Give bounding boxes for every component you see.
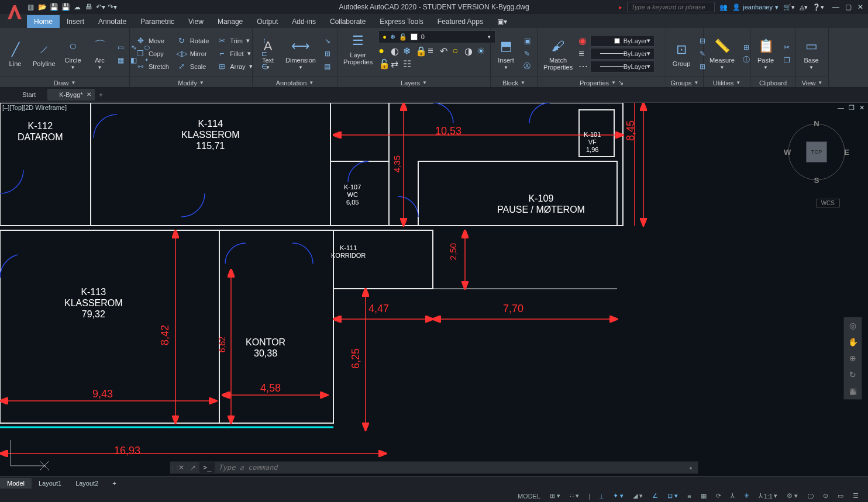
text-button[interactable]: AText▼ <box>256 36 280 71</box>
status-ortho-icon[interactable]: ⟂ <box>596 491 607 501</box>
status-grid-icon[interactable]: ⊞ ▾ <box>546 491 564 501</box>
wcs-label[interactable]: WCS <box>816 199 840 207</box>
layer-change-icon[interactable]: ⇄ <box>391 58 401 70</box>
app-logo[interactable] <box>4 1 26 23</box>
table-icon[interactable]: ⊞ <box>322 48 333 60</box>
qat-save-icon[interactable]: 💾 <box>49 2 58 12</box>
menu-output[interactable]: Output <box>250 15 285 28</box>
menu-featured-apps[interactable]: Featured Apps <box>430 15 490 28</box>
nav-showmotion-icon[interactable]: ▦ <box>844 383 862 399</box>
status-custom-icon[interactable]: ☰ <box>849 491 862 501</box>
paste-button[interactable]: 📋Paste▼ <box>754 36 777 71</box>
linetype-selector[interactable]: ByLayer ▾ <box>590 61 655 72</box>
scale-button[interactable]: ⤢Scale <box>175 61 211 72</box>
doc-restore[interactable]: ❐ <box>849 104 855 112</box>
qat-new-icon[interactable]: ▥ <box>26 2 35 12</box>
layout-layout1[interactable]: Layout1 <box>32 478 68 489</box>
layout-model[interactable]: Model <box>0 478 32 489</box>
circle-button[interactable]: ○Circle▼ <box>61 36 85 71</box>
move-button[interactable]: ✥Move <box>133 35 171 47</box>
dimension-button[interactable]: ⟷Dimension▼ <box>283 36 318 71</box>
menu-add-ins[interactable]: Add-ins <box>285 15 323 28</box>
status-clean-icon[interactable]: ▭ <box>834 491 847 501</box>
user-account[interactable]: 👤jeanhaney ▾ <box>732 4 779 11</box>
status-osnap-icon[interactable]: ∠ <box>649 491 662 501</box>
panel-annotation-title[interactable]: Annotation ▼ <box>253 77 337 87</box>
filetab-add[interactable]: + <box>95 89 108 101</box>
rect-icon[interactable]: ▭ <box>115 41 127 53</box>
copy2-icon[interactable]: ❐ <box>781 54 793 66</box>
group-button[interactable]: ⊡Group <box>670 39 693 68</box>
insert-button[interactable]: ⬒Insert▼ <box>494 36 518 71</box>
layer-properties-button[interactable]: ☰Layer Properties <box>341 30 375 67</box>
panel-utilities-title[interactable]: Utilities ▼ <box>704 77 750 87</box>
base-button[interactable]: ▭Base▼ <box>800 36 823 71</box>
mirror-button[interactable]: ◁▷Mirror <box>175 48 211 60</box>
help-icon[interactable]: ❔▾ <box>812 4 824 11</box>
qat-plot-icon[interactable]: 🖶 <box>84 2 94 12</box>
nav-orbit-icon[interactable]: ↻ <box>844 366 862 383</box>
lineweight-selector[interactable]: ByLayer ▾ <box>590 48 655 60</box>
block-attr-icon[interactable]: Ⓐ <box>521 61 533 72</box>
panel-draw-title[interactable]: Draw ▼ <box>0 77 129 87</box>
help-search-input[interactable] <box>627 2 715 12</box>
qat-web-icon[interactable]: ☁ <box>73 2 82 12</box>
viewcube[interactable]: N S E W TOP <box>781 117 852 187</box>
status-otrack-icon[interactable]: ⊡ ▾ <box>664 491 681 501</box>
cmd-close-icon[interactable]: ✕ <box>176 463 187 472</box>
measure-button[interactable]: 📏Measure▼ <box>707 36 737 71</box>
copy-button[interactable]: ❐Copy <box>133 48 171 60</box>
menu-parametric[interactable]: Parametric <box>133 15 181 28</box>
status-cycling-icon[interactable]: ⟳ <box>712 491 725 501</box>
cart-icon[interactable]: 🛒▾ <box>783 4 795 11</box>
leader-icon[interactable]: ↘ <box>322 35 333 47</box>
rotate-button[interactable]: ↻Rotate <box>175 35 211 47</box>
status-lwt-icon[interactable]: ≡ <box>684 491 694 501</box>
qat-saveas-icon[interactable]: 💾 <box>61 2 70 12</box>
status-annovis-icon[interactable]: ✳ <box>740 491 753 501</box>
cmd-recent-icon[interactable]: ↗ <box>187 463 199 472</box>
color-selector[interactable]: ByLayer ▾ <box>590 35 655 47</box>
a360-icon[interactable]: ◬▾ <box>800 4 808 11</box>
menu-insert[interactable]: Insert <box>60 15 91 28</box>
match-props-button[interactable]: 🖌Match Properties <box>541 36 575 72</box>
layer-freeze2-icon[interactable]: ❄ <box>403 46 414 57</box>
maximize-button[interactable]: ▢ <box>845 3 852 11</box>
menu-annotate[interactable]: Annotate <box>91 15 133 28</box>
fillet-button[interactable]: ⌐Fillet ▾ <box>215 48 254 60</box>
menu-collaborate[interactable]: Collaborate <box>323 15 373 28</box>
qat-open-icon[interactable]: 📂 <box>37 2 47 12</box>
layer-iso-icon[interactable]: ◐ <box>391 46 401 57</box>
layer-match-icon[interactable]: ≡ <box>428 46 438 57</box>
status-monitor-icon[interactable]: 🖵 <box>804 491 817 501</box>
layer-thaw-icon[interactable]: ☀ <box>477 46 487 57</box>
arc-button[interactable]: ⌒Arc▼ <box>88 36 112 71</box>
hatch-icon[interactable]: ▦ <box>115 54 127 66</box>
linetype-icon[interactable]: ⋯ <box>578 61 588 72</box>
command-input[interactable] <box>215 463 684 472</box>
nav-wheel-icon[interactable]: ◎ <box>844 317 862 334</box>
command-line[interactable]: ⋮⋮ ✕ ↗ >_ ▲ <box>170 461 698 474</box>
menu-overflow[interactable]: ▣▾ <box>490 15 514 28</box>
status-scale[interactable]: ⅄ 1:1 ▾ <box>755 491 781 501</box>
nav-pan-icon[interactable]: ✋ <box>844 334 862 350</box>
menu-manage[interactable]: Manage <box>211 15 250 28</box>
status-snap-icon[interactable]: ∷ ▾ <box>566 491 583 501</box>
status-hw-icon[interactable]: ⊙ <box>819 491 832 501</box>
status-ws-icon[interactable]: ⚙ ▾ <box>783 491 801 501</box>
layout-add[interactable]: + <box>105 478 123 489</box>
block-create-icon[interactable]: ▣ <box>521 35 533 47</box>
status-iso-icon[interactable]: ◢ ▾ <box>629 491 646 501</box>
status-model[interactable]: MODEL <box>514 491 544 501</box>
status-transparency-icon[interactable]: ▦ <box>697 491 710 501</box>
doc-close[interactable]: ✕ <box>859 104 864 112</box>
layout-layout2[interactable]: Layout2 <box>68 478 105 489</box>
panel-groups-title[interactable]: Groups ▼ <box>666 77 703 87</box>
layer-selector[interactable]: ● ❄ 🔓 0 ▼ <box>378 30 495 43</box>
filetab-close[interactable]: ✕ <box>87 91 91 98</box>
layer-lock2-icon[interactable]: 🔒 <box>415 46 426 57</box>
layer-off-icon[interactable]: ● <box>378 46 389 57</box>
layer-prev-icon[interactable]: ↶ <box>440 46 450 57</box>
layer-on-icon[interactable]: ○ <box>452 46 463 57</box>
close-button[interactable]: ✕ <box>857 3 863 11</box>
